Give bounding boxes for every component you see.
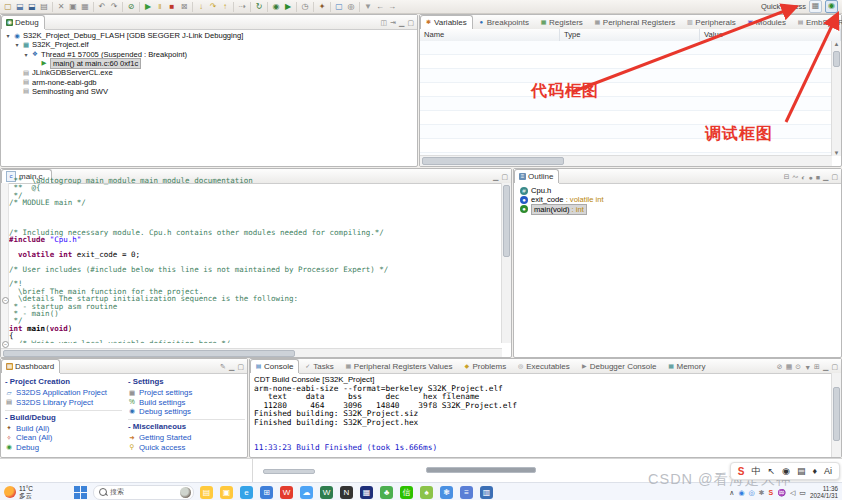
taskbar-icon-wechat[interactable]: 信 xyxy=(400,486,413,499)
view-menu-icon[interactable]: ⇥ xyxy=(390,19,396,27)
code-editor[interactable]: ** \addtogroup main_module main module d… xyxy=(9,177,502,343)
taskbar-icon-green-w-app[interactable]: W xyxy=(320,486,333,499)
outline-item[interactable]: #Cpu.h xyxy=(520,186,551,195)
debug-tree-item[interactable]: ▤Semihosting and SWV xyxy=(14,87,108,96)
quick-access-label[interactable]: Quick Access xyxy=(761,2,806,11)
vars-tab-breakpoints[interactable]: ●Breakpoints xyxy=(473,15,535,29)
debug-tree-item[interactable]: ▾◉S32K_Project_Debug_FLASH [GDB SEGGER J… xyxy=(5,31,243,40)
debug-icon[interactable]: ◉ xyxy=(271,1,282,12)
debug-tree-item[interactable]: ▶main() at main.c:60 0xf1c xyxy=(32,59,141,68)
tab-debug[interactable]: ◉ Debug xyxy=(1,15,45,29)
taskbar-icon-wps-office[interactable]: W xyxy=(280,486,293,499)
taskbar-weather[interactable]: 11°C 多云 xyxy=(0,485,74,499)
minimize-icon[interactable]: ▁ xyxy=(399,19,404,27)
dashboard-link-app-project[interactable]: ▱S32DS Application Project xyxy=(5,388,122,397)
dashboard-bottom-hscrollbar[interactable] xyxy=(263,469,315,474)
maximize-icon[interactable]: ▢ xyxy=(831,363,838,371)
vars-tab-embsys-registers[interactable]: ▤EmbSys Registers xyxy=(792,15,842,29)
console-bottom-hscrollbar[interactable] xyxy=(426,467,536,473)
keyboard-tool[interactable]: ▤ xyxy=(797,466,806,476)
editor-vertical-scrollbar[interactable] xyxy=(501,183,511,343)
editor-ruler[interactable]: –– xyxy=(1,183,9,343)
dashboard-section-title[interactable]: - Settings xyxy=(128,377,245,386)
tab-dashboard[interactable]: ▦ Dashboard xyxy=(1,359,60,373)
sort-icon[interactable]: ᴬᶻ xyxy=(793,174,799,181)
taskbar-icon-edge-browser[interactable]: e xyxy=(240,486,253,499)
taskbar-icon-blue-pixel-app[interactable]: ▦ xyxy=(360,486,373,499)
taskbar-icon-file-explorer[interactable]: ▤ xyxy=(200,486,213,499)
vars-tab-variables[interactable]: ✱Variables xyxy=(420,15,473,29)
maximize-icon[interactable]: ▢ xyxy=(501,173,508,181)
build-all-icon[interactable]: ✦ xyxy=(317,1,328,12)
taskbar-icon-list-app[interactable]: ≡ xyxy=(460,486,473,499)
taskbar-search[interactable]: 搜索 xyxy=(93,485,194,500)
last-edit-icon[interactable]: ▼ xyxy=(363,1,374,12)
ai-tool[interactable]: Ai xyxy=(824,466,832,476)
dashboard-link-lib-project[interactable]: ▤S32DS Library Project xyxy=(5,397,122,406)
start-button[interactable] xyxy=(74,486,87,499)
hide-nonpublic-icon[interactable]: ■ xyxy=(816,174,820,181)
dashboard-link-clean[interactable]: ✧Clean (All) xyxy=(5,433,122,442)
dashboard-link-project-settings[interactable]: ▦Project settings xyxy=(128,388,245,397)
taskbar-icon-city-app[interactable]: ▥ xyxy=(480,486,493,499)
column-header-name[interactable]: Name xyxy=(420,29,560,41)
terminate-icon[interactable]: ■ xyxy=(167,1,178,12)
scroll-lock-icon[interactable]: ⊘ xyxy=(777,363,783,371)
fold-marker-icon[interactable]: – xyxy=(2,341,9,348)
hide-fields-icon[interactable]: ◐ xyxy=(801,174,805,181)
column-header-type[interactable]: Type xyxy=(560,29,700,41)
fold-marker-icon[interactable]: – xyxy=(2,297,9,304)
collapse-all-icon[interactable]: ◫ xyxy=(380,19,387,27)
copy-icon[interactable]: ▣ xyxy=(68,1,79,12)
minimize-icon[interactable]: ▁ xyxy=(229,363,234,371)
vars-tab-registers[interactable]: ▦Registers xyxy=(535,15,589,29)
restart-icon[interactable]: ↻ xyxy=(254,1,265,12)
debug-tree-item[interactable]: ▤arm-none-eabi-gdb xyxy=(14,78,97,87)
column-header-value[interactable]: Value xyxy=(700,29,841,41)
console-tab-debugger-console[interactable]: ▶Debugger Console xyxy=(576,359,663,373)
maximize-icon[interactable]: ▢ xyxy=(831,173,838,181)
console-vertical-scrollbar[interactable] xyxy=(831,373,841,457)
console-tab-peripheral-registers-values[interactable]: ▦Peripheral Registers Values xyxy=(340,359,459,373)
taskbar-icon-microsoft-store[interactable]: ⊞ xyxy=(260,486,273,499)
taskbar-icon-folder[interactable]: ▣ xyxy=(220,486,233,499)
dashboard-link-build-settings[interactable]: %Build settings xyxy=(128,397,245,406)
open-console-icon[interactable]: ⊞ xyxy=(814,363,820,371)
cpp-perspective-button[interactable]: ▦ xyxy=(809,0,822,13)
outline-item[interactable]: ●main(void) : int xyxy=(520,205,587,214)
variables-horizontal-scrollbar[interactable] xyxy=(420,155,832,166)
expander-icon[interactable]: ▾ xyxy=(14,41,20,48)
maximize-icon[interactable]: ▢ xyxy=(407,19,414,27)
tab-outline[interactable]: ≡ Outline xyxy=(514,169,559,183)
debug-tree-item[interactable]: ▾▦S32K_Project.elf xyxy=(14,40,89,49)
taskbar-icon-cloud-app[interactable]: ☁ xyxy=(300,486,313,499)
dashboard-link-debug[interactable]: ◉Debug xyxy=(5,443,122,452)
disconnect-icon[interactable]: ⊠ xyxy=(179,1,190,12)
dashboard-link-quick-access[interactable]: ⚲Quick access xyxy=(128,443,245,452)
console-tab-executables[interactable]: ◎Executables xyxy=(512,359,576,373)
variables-vertical-scrollbar[interactable]: ▲▼ xyxy=(831,41,841,156)
taskbar-icon-notion-app[interactable]: N xyxy=(340,486,353,499)
minimize-icon[interactable]: ▁ xyxy=(823,173,828,181)
redo-icon[interactable]: ↷ xyxy=(109,1,120,12)
dashboard-link-debug-settings[interactable]: ◉Debug settings xyxy=(128,407,245,416)
vars-tab-peripheral-registers[interactable]: ▦Peripheral Registers xyxy=(589,15,681,29)
sogou-logo[interactable]: S xyxy=(738,466,745,477)
step-over-icon[interactable]: ↷ xyxy=(208,1,219,12)
undo-icon[interactable]: ↶ xyxy=(97,1,108,12)
search-icon[interactable]: ◎ xyxy=(346,1,357,12)
paste-icon[interactable]: ▦ xyxy=(80,1,91,12)
maximize-icon[interactable]: ▢ xyxy=(237,363,244,371)
cursor-tool[interactable]: ↖ xyxy=(767,466,775,476)
mic-tool[interactable]: ◉ xyxy=(782,466,790,476)
cut-icon[interactable]: ✕ xyxy=(56,1,67,12)
forward-icon[interactable]: → xyxy=(387,1,398,12)
taskbar-icon-green-plant-app[interactable]: ♣ xyxy=(380,486,393,499)
suspend-icon[interactable]: ‖ xyxy=(155,1,166,12)
instruction-stepping-icon[interactable]: ⇢ xyxy=(237,1,248,12)
step-return-icon[interactable]: ↑ xyxy=(220,1,231,12)
vars-tab-modules[interactable]: ▣Modules xyxy=(742,15,792,29)
console-output[interactable]: arm-none-eabi-size --format=berkeley S32… xyxy=(254,385,831,455)
taskbar-icon-blue-paw-app[interactable]: ❃ xyxy=(440,486,453,499)
taskbar-icon-yellow-green-app[interactable]: ♠ xyxy=(420,486,433,499)
